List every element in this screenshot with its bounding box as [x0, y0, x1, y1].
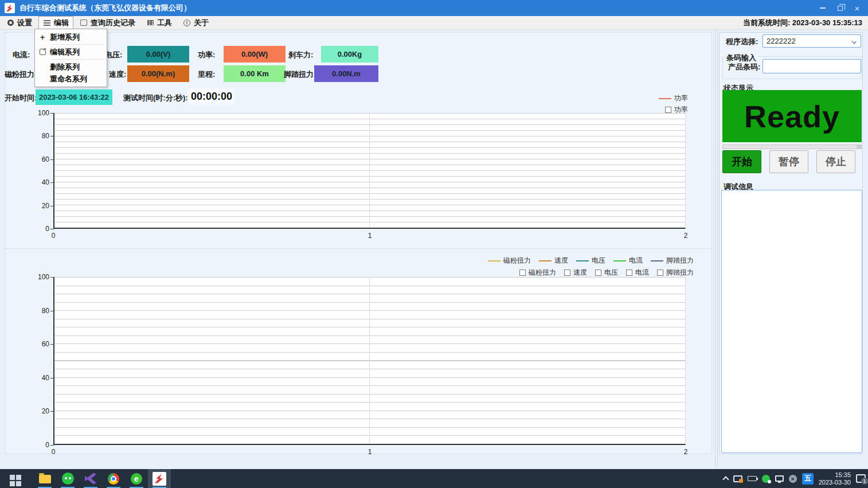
chart1-xtick-1: 1	[365, 232, 374, 240]
notification-center-icon[interactable]: 1	[856, 474, 866, 483]
brake-force-label: 刹车力:	[288, 50, 313, 60]
pedal-torque-checkbox-item[interactable]: 脚踏扭力	[657, 268, 694, 278]
minimize-button[interactable]	[815, 1, 830, 15]
speed-checkbox[interactable]	[564, 270, 570, 276]
chart2-ytick-20: 20	[32, 407, 49, 415]
panel-divider	[715, 30, 715, 469]
test-time-label: 测试时间(时:分:秒):	[123, 93, 188, 103]
current-checkbox-item[interactable]: 电流	[626, 268, 649, 278]
legend-power: 功率	[659, 93, 688, 103]
clock-date: 2023-03-30	[819, 479, 851, 486]
voltage-checkbox-item[interactable]: 电压	[595, 268, 618, 278]
menu-about-label: 关于	[194, 18, 209, 28]
edit-series-label: 编辑系列	[50, 47, 80, 57]
menu-settings-label: 设置	[17, 18, 32, 28]
program-select-dropdown[interactable]: 2222222	[763, 34, 861, 48]
chart2-xtick-1: 1	[365, 448, 374, 456]
history-icon	[80, 19, 88, 27]
pedal-torque-checkbox[interactable]	[657, 270, 663, 276]
clock[interactable]: 15:35 2023-03-30	[819, 471, 851, 486]
product-barcode-input[interactable]	[763, 59, 861, 73]
tray-battery-icon[interactable]	[748, 476, 757, 481]
current-checkbox[interactable]	[626, 270, 632, 276]
close-button[interactable]: ×	[850, 1, 865, 15]
menu-settings[interactable]: 设置	[2, 16, 37, 30]
power-label: 功率:	[198, 50, 215, 60]
legend-magnetic-torque-label: 磁粉扭力	[503, 256, 531, 266]
tray-display-icon[interactable]	[733, 475, 742, 482]
test-time-value: 00:00:00	[188, 88, 235, 105]
voltage-label: 电压:	[105, 50, 122, 60]
chart1-ytick-20: 20	[32, 202, 49, 210]
current-checkbox-label: 电流	[635, 268, 649, 278]
panel-divider	[717, 30, 718, 469]
pedal-torque-value: 0.00N.m	[314, 65, 378, 82]
menu-history-label: 查询历史记录	[91, 18, 135, 28]
speed-label: 速度:	[109, 69, 126, 80]
tray-chevron-up-icon[interactable]	[722, 476, 729, 482]
chart2-ytick-0: 0	[32, 441, 49, 449]
menu-edit[interactable]: 编辑	[38, 16, 73, 30]
menu-item-rename-series[interactable]: 重命名系列	[35, 73, 107, 85]
debug-info-textarea[interactable]	[721, 190, 862, 453]
taskbar-wechat[interactable]	[56, 469, 79, 488]
menu-about[interactable]: ! 关于	[178, 16, 213, 30]
ime-indicator[interactable]: 五	[802, 473, 814, 485]
chart1-ytick-80: 80	[32, 132, 49, 140]
wechat-icon	[62, 473, 74, 485]
menu-item-edit-series[interactable]: 编辑系列	[35, 46, 107, 58]
chart2-plot-area	[53, 277, 686, 445]
tray-error-icon[interactable]: ×	[789, 475, 797, 483]
magnetic-torque-checkbox-label: 磁粉扭力	[529, 268, 556, 278]
legend-voltage-label: 电压	[592, 256, 605, 266]
taskbar-chrome[interactable]	[102, 469, 125, 488]
test-app-icon	[153, 472, 166, 486]
taskbar: × 五 15:35 2023-03-30 1	[0, 469, 868, 488]
restore-button[interactable]	[832, 1, 847, 15]
chrome-icon	[108, 473, 119, 485]
chart1-xtick-2: 2	[681, 232, 690, 240]
folder-icon	[39, 475, 51, 483]
chart1-plot-area	[53, 113, 686, 229]
rename-series-label: 重命名系列	[50, 74, 87, 84]
power-checkbox[interactable]	[665, 107, 671, 113]
mileage-value: 0.00 Km	[224, 65, 286, 82]
start-time-value: 2023-03-06 16:43:22	[36, 89, 112, 105]
start-button[interactable]: 开始	[722, 150, 761, 173]
legend-pedal-torque-label: 脚踏扭力	[666, 256, 694, 266]
pause-button[interactable]: 暂停	[769, 150, 808, 173]
speed-checkbox-label: 速度	[573, 268, 587, 278]
legend-speed: 速度	[539, 256, 568, 266]
taskbar-test-app[interactable]	[148, 469, 171, 488]
restore-icon	[838, 6, 843, 11]
edit-dropdown-menu: + 新增系列 编辑系列 删除系列 重命名系列	[34, 29, 107, 87]
pedal-torque-checkbox-label: 脚踏扭力	[666, 268, 694, 278]
plus-icon: +	[35, 33, 50, 42]
menu-item-delete-series[interactable]: 删除系列	[35, 61, 107, 73]
delete-series-label: 删除系列	[50, 62, 80, 72]
chart2-ytick-100: 100	[32, 273, 49, 281]
tray-network-icon[interactable]	[775, 475, 784, 482]
menu-history[interactable]: 查询历史记录	[75, 16, 140, 30]
magnetic-torque-label: 磁粉扭力:	[5, 69, 37, 80]
gear-icon	[6, 19, 14, 27]
notification-badge: 1	[861, 478, 868, 485]
speed-checkbox-item[interactable]: 速度	[564, 268, 587, 278]
chart1-ytick-0: 0	[32, 225, 49, 233]
visual-studio-icon	[85, 473, 96, 485]
menu-item-add-series[interactable]: + 新增系列	[35, 31, 107, 43]
taskbar-visual-studio[interactable]	[79, 469, 102, 488]
magnetic-torque-checkbox[interactable]	[519, 270, 526, 276]
start-menu-button[interactable]	[2, 469, 25, 488]
mileage-label: 里程:	[198, 69, 215, 80]
taskbar-browser-e[interactable]	[125, 469, 148, 488]
close-icon: ×	[855, 4, 860, 13]
stop-button[interactable]: 停止	[816, 150, 855, 173]
taskbar-file-explorer[interactable]	[33, 469, 56, 488]
voltage-value: 0.00(V)	[127, 46, 189, 63]
tray-wechat-icon[interactable]	[762, 475, 770, 483]
magnetic-torque-checkbox-item[interactable]: 磁粉扭力	[519, 268, 556, 278]
menu-tools[interactable]: 工具	[142, 16, 177, 30]
voltage-checkbox[interactable]	[595, 270, 601, 276]
legend-speed-label: 速度	[554, 256, 568, 266]
